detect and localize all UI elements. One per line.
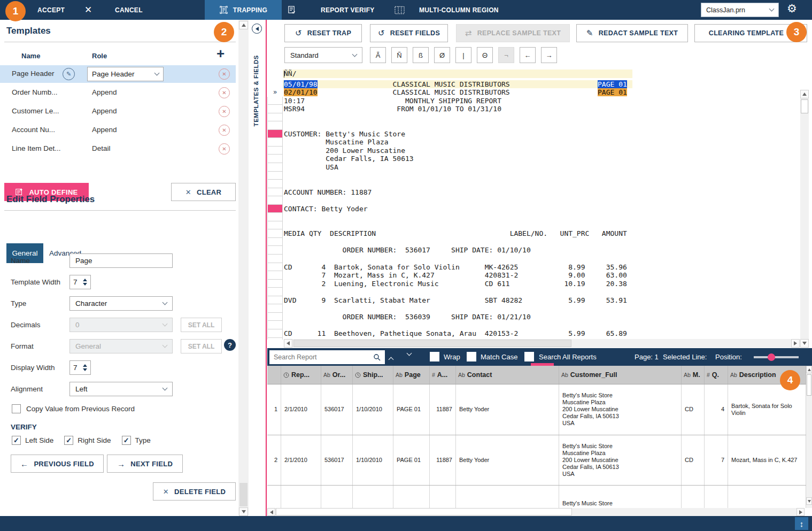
special-char-button[interactable]: | [455,47,471,63]
report-line[interactable] [267,304,800,313]
name-field[interactable]: Page [69,253,173,268]
table-row[interactable]: 22/1/20105360171/10/2010PAGE 0111887Bett… [267,435,806,486]
report-line[interactable]: CD 11 Beethoven, Pathetique Sonata, Arau… [267,329,800,338]
report-line[interactable]: MSR94 FROM 01/01/10 TO 01/31/10 [267,105,800,113]
special-char-button[interactable]: Ã [370,47,386,63]
verify-checkbox[interactable]: ✓ [64,436,73,445]
stepper-arrows-icon[interactable] [83,279,87,286]
search-previous-icon[interactable] [389,357,394,363]
line-gutter-cell[interactable] [267,155,283,163]
line-gutter-cell[interactable] [267,163,283,172]
search-icon[interactable] [373,353,381,361]
report-line[interactable]: 7 Mozart, Mass in C, K.427 420831-2 9.00… [267,271,800,280]
table-header-cell[interactable] [267,366,281,384]
report-line[interactable]: »02/01/10 CLASSICAL MUSIC DISTRIBUTORS P… [267,88,800,97]
line-gutter-cell[interactable] [267,172,283,180]
report-line[interactable]: DVD 9 Scarlatti, Stabat Mater SBT 48282 … [267,296,800,305]
line-gutter-cell[interactable] [267,271,283,280]
position-slider[interactable] [754,356,799,358]
table-header-cell[interactable]: AbM. [682,366,705,384]
previous-field-button[interactable]: ← PREVIOUS FIELD [11,455,104,473]
report-view[interactable]: ÑÑ/05/01/98 CLASSICAL MUSIC DISTRIBUTORS… [267,70,800,340]
reset-fields-button[interactable]: ↺ RESET FIELDS [370,24,448,42]
report-line[interactable]: MEDIA QTY DESCRIPTION LABEL/NO. UNT_PRC … [267,229,800,238]
search-all-reports-checkbox[interactable] [524,352,534,361]
delete-template-icon[interactable]: ✕ [219,87,230,98]
report-line[interactable]: Cedar Falls, IA 50613 [267,155,800,163]
line-gutter-cell[interactable] [267,238,283,247]
line-gutter-cell[interactable] [267,321,283,329]
line-gutter-cell[interactable] [267,280,283,288]
table-header-cell[interactable]: #A... [430,366,456,384]
current-line-arrow[interactable]: » [267,88,283,97]
search-next-icon[interactable] [407,351,412,356]
report-line[interactable] [267,180,800,188]
wrap-checkbox[interactable] [430,352,439,361]
help-icon[interactable]: ? [224,339,236,351]
report-vertical-scrollbar[interactable] [800,90,809,348]
report-file-dropdown[interactable]: ClassJan.prn [701,3,779,17]
line-gutter-cell[interactable] [267,313,283,321]
report-line[interactable] [267,196,800,205]
verify-checkbox[interactable]: ✓ [12,436,21,445]
report-line[interactable]: 2 Luening, Electronic Music CD 611 10.19… [267,280,800,288]
line-gutter-cell[interactable] [267,105,283,113]
panel-scrollbar[interactable] [238,20,249,515]
special-char-button[interactable]: Ñ [391,47,407,63]
fit-height-icon[interactable]: ↕ [795,517,808,530]
tab-multi-column-region[interactable]: MULTI-COLUMN REGION [395,0,499,20]
scrollbar-thumb[interactable] [276,508,572,515]
scroll-up-button[interactable] [806,366,812,373]
scroll-right-button[interactable] [796,508,805,516]
line-marker-pink[interactable] [267,205,283,213]
line-gutter-cell[interactable] [267,338,283,340]
template-row[interactable]: Customer Le...Append✕ [0,103,236,120]
clear-button[interactable]: ✕ CLEAR [171,183,236,201]
delete-template-icon[interactable]: ✕ [219,125,230,136]
report-line[interactable]: USA [267,163,800,172]
report-line[interactable]: ORDER NUMBER: 536017 SHIP DATE: 01/10/10 [267,246,800,255]
match-case-checkbox[interactable] [467,352,476,361]
report-line[interactable] [267,238,800,247]
report-line[interactable] [267,213,800,221]
copy-value-checkbox[interactable] [12,404,21,413]
next-field-button[interactable]: → NEXT FIELD [107,455,183,473]
cancel-button-label[interactable]: CANCEL [115,0,143,20]
redact-sample-text-button[interactable]: ✎ REDACT SAMPLE TEXT [576,24,688,42]
line-gutter-cell[interactable] [267,80,283,89]
line-gutter-cell[interactable] [267,121,283,130]
template-row[interactable]: Account Nu...Append✕ [0,121,236,139]
alignment-dropdown[interactable]: Left [69,382,173,396]
scrollbar-thumb[interactable] [239,483,248,506]
special-char-button[interactable]: Θ [477,47,493,63]
stepper-arrows-icon[interactable] [83,364,87,371]
table-header-cell[interactable]: Rep... [281,366,321,384]
special-char-button[interactable]: → [541,47,557,63]
report-line[interactable] [267,321,800,329]
accept-button-label[interactable]: ACCEPT [37,0,65,20]
table-vertical-scrollbar[interactable] [806,366,812,508]
report-line[interactable] [267,288,800,296]
position-slider-thumb[interactable] [768,353,775,361]
tab-trapping[interactable]: TRAPPING [205,0,282,20]
edit-pencil-icon[interactable]: ✎ [63,68,75,80]
report-line[interactable]: 10:17 MONTHLY SHIPPING REPORT [267,97,800,105]
report-line[interactable]: ORDER NUMBER: 536039 SHIP DATE: 01/21/10 [267,313,800,321]
delete-template-icon[interactable]: ✕ [219,106,230,117]
line-gutter-cell[interactable] [267,138,283,147]
table-header-cell[interactable]: #Q. [705,366,728,384]
report-line[interactable]: 05/01/98 CLASSICAL MUSIC DISTRIBUTORS PA… [267,80,800,89]
collapse-panel-icon[interactable] [252,24,262,34]
tab-report-verify[interactable]: REPORT VERIFY [287,0,375,20]
special-char-button[interactable]: ← [520,47,536,63]
report-line[interactable]: ÑÑ/ [267,70,800,78]
line-gutter-cell[interactable] [267,70,283,78]
scroll-right-button[interactable] [791,339,800,348]
line-gutter-cell[interactable] [267,329,283,338]
line-gutter-cell[interactable] [267,221,283,230]
line-marker-pink[interactable] [267,130,283,138]
line-gutter-cell[interactable] [267,288,283,296]
reset-trap-button[interactable]: ↺ RESET TRAP [284,24,362,42]
report-line[interactable]: CUSTOMER: Betty's Music Store [267,130,800,138]
scroll-up-button[interactable] [800,90,809,98]
